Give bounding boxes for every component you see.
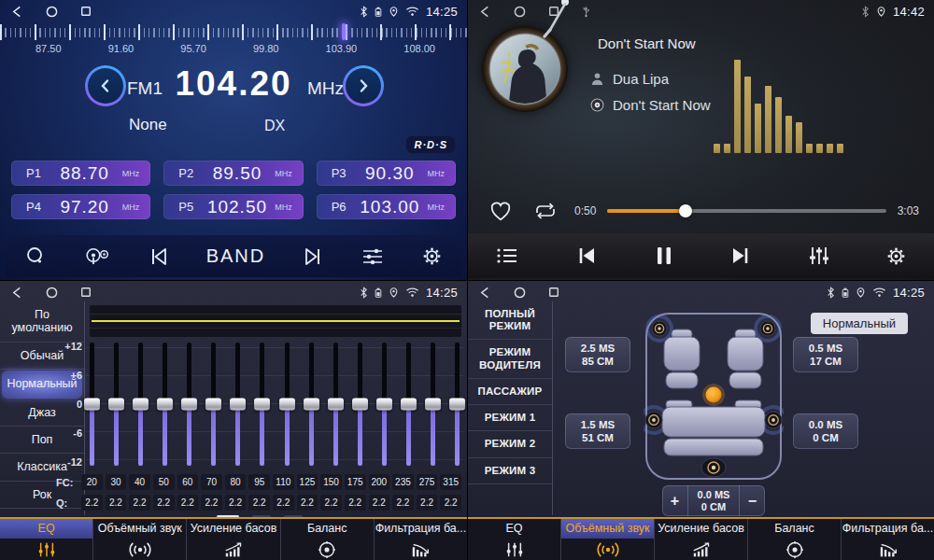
q-value[interactable]: 2.2 <box>345 495 366 511</box>
fc-value[interactable]: 200 <box>369 474 390 490</box>
scan-search-button[interactable] <box>24 245 47 268</box>
eq-band-slider[interactable] <box>235 343 240 466</box>
fc-value[interactable]: 60 <box>177 474 199 490</box>
preset-button-1[interactable]: P188.70MHz <box>11 161 150 186</box>
slider-knob[interactable] <box>108 399 124 411</box>
tab-balance[interactable]: Баланс <box>280 519 374 560</box>
home-button[interactable] <box>514 287 526 299</box>
mode-3[interactable]: РЕЖИМ 3 <box>468 458 552 484</box>
q-value[interactable]: 2.2 <box>153 495 175 511</box>
settings-gear-button[interactable] <box>885 245 907 267</box>
tab-surround[interactable]: Объёмный звук <box>92 519 186 560</box>
tab-eq[interactable]: EQ <box>468 519 560 560</box>
equalizer-button[interactable] <box>808 245 830 267</box>
delay-increase-button[interactable]: + <box>662 485 687 516</box>
recents-button[interactable] <box>548 6 559 17</box>
audio-settings-button[interactable] <box>361 246 385 267</box>
eq-band-slider[interactable] <box>406 343 411 466</box>
fc-value[interactable]: 235 <box>392 474 414 490</box>
broadcast-button[interactable] <box>83 246 111 267</box>
slider-knob[interactable] <box>376 399 392 411</box>
preset-button-6[interactable]: P6103.00MHz <box>317 194 456 219</box>
slider-knob[interactable] <box>133 399 149 411</box>
fc-value[interactable]: 40 <box>129 474 150 490</box>
q-value[interactable]: 2.2 <box>392 495 414 511</box>
next-station-button[interactable] <box>302 246 324 267</box>
fc-value[interactable]: 275 <box>417 474 438 490</box>
eq-band-slider[interactable] <box>138 343 143 466</box>
slider-knob[interactable] <box>449 399 465 411</box>
back-button[interactable] <box>11 287 23 299</box>
fc-value[interactable]: 150 <box>320 474 342 490</box>
eq-band-slider[interactable] <box>333 343 338 466</box>
front-right-delay-button[interactable]: 0.5 MS 17 CM <box>793 337 858 372</box>
eq-band-slider[interactable] <box>114 343 119 466</box>
fc-value[interactable]: 20 <box>81 474 103 490</box>
progress-bar[interactable] <box>607 209 885 213</box>
eq-band-slider[interactable] <box>163 343 167 466</box>
slider-knob[interactable] <box>352 399 368 411</box>
rear-left-delay-button[interactable]: 1.5 MS 51 CM <box>565 413 630 449</box>
q-value[interactable]: 2.2 <box>201 495 222 511</box>
fc-value[interactable]: 30 <box>106 474 127 490</box>
tab-crossover[interactable]: Фильтрация ба... <box>374 519 467 560</box>
previous-track-button[interactable] <box>574 245 599 266</box>
eq-band-slider[interactable] <box>211 343 216 466</box>
tab-eq[interactable]: EQ <box>0 519 92 560</box>
tab-crossover[interactable]: Фильтрация ба... <box>841 519 934 560</box>
settings-gear-button[interactable] <box>421 245 443 267</box>
preset-button-4[interactable]: P497.20MHz <box>11 194 150 219</box>
tab-surround[interactable]: Объёмный звук <box>560 519 654 560</box>
mode-full[interactable]: ПОЛНЫЙ РЕЖИМ <box>468 301 552 340</box>
recents-button[interactable] <box>80 287 92 298</box>
slider-knob[interactable] <box>279 399 295 411</box>
eq-band-slider[interactable] <box>455 343 460 466</box>
slider-knob[interactable] <box>205 399 221 411</box>
fc-value[interactable]: 80 <box>225 474 247 490</box>
tab-balance[interactable]: Баланс <box>747 519 841 560</box>
q-value[interactable]: 2.2 <box>297 495 318 511</box>
slider-knob[interactable] <box>425 399 441 411</box>
mode-1[interactable]: РЕЖИМ 1 <box>468 405 552 431</box>
back-button[interactable] <box>479 287 491 299</box>
eq-band-slider[interactable] <box>309 343 314 466</box>
preset-button-5[interactable]: P5102.50MHz <box>163 194 303 219</box>
slider-knob[interactable] <box>230 399 246 411</box>
progress-thumb[interactable] <box>679 204 692 217</box>
q-value[interactable]: 2.2 <box>81 495 103 511</box>
preset-button-3[interactable]: P390.30MHz <box>317 161 456 186</box>
home-button[interactable] <box>46 287 58 299</box>
band-button[interactable]: BAND <box>206 245 266 267</box>
tab-bass-boost[interactable]: Усиление басов <box>186 519 279 560</box>
fc-value[interactable]: 175 <box>345 474 366 490</box>
profile-button[interactable]: Нормальный <box>811 313 908 334</box>
eq-band-slider[interactable] <box>431 343 435 466</box>
pause-button[interactable] <box>654 245 674 267</box>
q-value[interactable]: 2.2 <box>225 495 247 511</box>
back-button[interactable] <box>11 6 23 18</box>
eq-band-slider[interactable] <box>382 343 387 466</box>
fc-value[interactable]: 125 <box>297 474 318 490</box>
slider-knob[interactable] <box>181 399 197 411</box>
tune-up-button[interactable] <box>343 65 384 106</box>
mode-2[interactable]: РЕЖИМ 2 <box>468 431 552 457</box>
back-button[interactable] <box>479 6 491 18</box>
q-value[interactable]: 2.2 <box>369 495 390 511</box>
preset-button-2[interactable]: P289.50MHz <box>163 161 303 186</box>
front-left-delay-button[interactable]: 2.5 MS 85 CM <box>565 337 630 372</box>
tab-bass-boost[interactable]: Усиление басов <box>654 519 747 560</box>
home-button[interactable] <box>46 6 58 18</box>
q-value[interactable]: 2.2 <box>177 495 199 511</box>
slider-knob[interactable] <box>84 399 100 411</box>
q-value[interactable]: 2.2 <box>129 495 150 511</box>
q-value[interactable]: 2.2 <box>440 495 461 511</box>
eq-band-slider[interactable] <box>90 343 94 466</box>
home-button[interactable] <box>514 6 526 18</box>
fc-value[interactable]: 110 <box>273 474 294 490</box>
fc-value[interactable]: 95 <box>248 474 270 490</box>
recents-button[interactable] <box>548 287 559 298</box>
eq-band-slider[interactable] <box>358 343 362 466</box>
delay-decrease-button[interactable]: − <box>740 485 765 516</box>
q-value[interactable]: 2.2 <box>417 495 438 511</box>
previous-station-button[interactable] <box>148 246 170 267</box>
